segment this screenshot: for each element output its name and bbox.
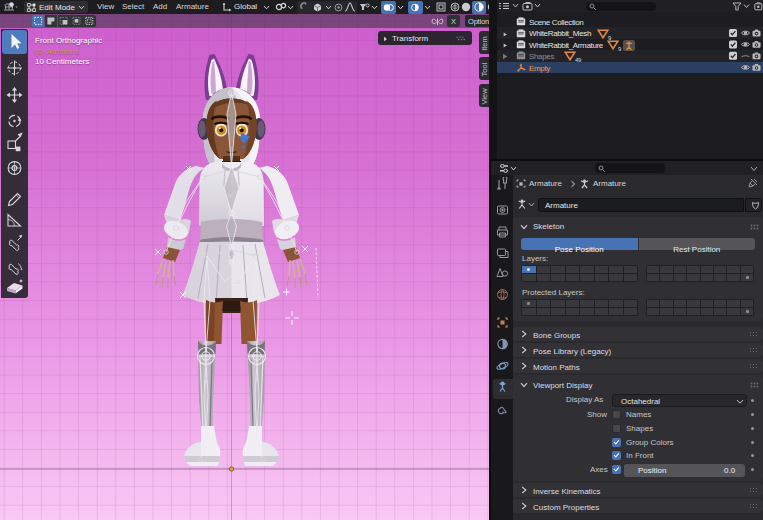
svg-text:49: 49 [575,57,582,63]
svg-text:9: 9 [618,46,622,52]
svg-text:Y: Y [204,379,208,385]
svg-text:9: 9 [608,34,612,40]
svg-text:Y: Y [255,377,259,383]
svg-text:Y: Y [228,193,232,199]
